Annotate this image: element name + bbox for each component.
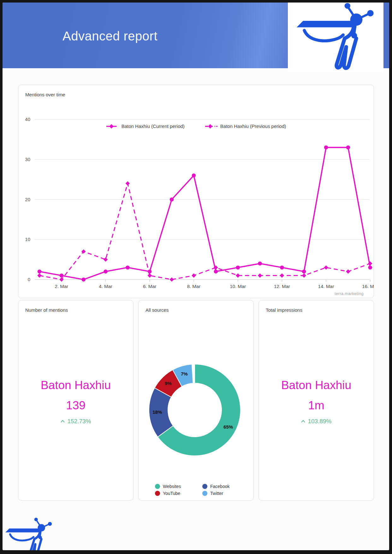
svg-text:0: 0 bbox=[28, 277, 30, 282]
svg-text:40: 40 bbox=[25, 117, 30, 122]
number-of-mentions-card: Number of mentions Baton Haxhiu 139 152.… bbox=[18, 300, 134, 501]
stat-change-value: 103.89% bbox=[308, 418, 331, 425]
svg-text:2. Mar: 2. Mar bbox=[55, 284, 68, 289]
donut-legend-item: YouTube bbox=[155, 491, 202, 496]
mentions-line-chart: 0102030402. Mar4. Mar6. Mar8. Mar10. Mar… bbox=[18, 85, 374, 298]
stats-row: Number of mentions Baton Haxhiu 139 152.… bbox=[18, 300, 374, 501]
svg-text:16. Mar: 16. Mar bbox=[362, 284, 374, 289]
svg-text:4. Mar: 4. Mar bbox=[99, 284, 112, 289]
report-screenshot: { "header": { "title": "Advanced report"… bbox=[0, 0, 392, 554]
stat-change-value: 152.73% bbox=[67, 418, 91, 425]
donut-legend-item: Twitter bbox=[202, 491, 229, 496]
svg-text:8. Mar: 8. Mar bbox=[187, 284, 201, 289]
sources-donut-chart: 65%18%9%7% bbox=[139, 300, 253, 477]
donut-legend-item: Facebook bbox=[202, 484, 229, 489]
svg-text:6. Mar: 6. Mar bbox=[143, 284, 157, 289]
terra-bird-molecule-logo-icon bbox=[5, 517, 53, 550]
brand-logo-box bbox=[288, 3, 383, 72]
solid-line-diamond-icon bbox=[106, 124, 119, 129]
all-sources-card: All sources 65%18%9%7% WebsitesFacebookY… bbox=[138, 300, 254, 501]
svg-text:9%: 9% bbox=[165, 381, 172, 386]
legend-label: YouTube bbox=[163, 491, 180, 496]
legend-label: Baton Haxhiu (Current period) bbox=[122, 123, 185, 129]
line-chart-legend: Baton Haxhiu (Current period)Baton Haxhi… bbox=[18, 123, 374, 129]
report-page: Advanced report Mentions over time bbox=[3, 3, 389, 550]
card-title: Total impressions bbox=[266, 307, 302, 313]
footer-brand-logo bbox=[5, 517, 53, 550]
total-impressions-card: Total impressions Baton Haxhiu 1m 103.89… bbox=[258, 300, 374, 501]
legend-dot-icon bbox=[155, 484, 160, 489]
stat-change: 103.89% bbox=[259, 418, 374, 425]
stat-change: 152.73% bbox=[18, 418, 133, 425]
dashed-line-diamond-icon bbox=[205, 124, 217, 129]
legend-label: Twitter bbox=[210, 491, 223, 496]
svg-text:7%: 7% bbox=[181, 371, 188, 376]
terra-bird-molecule-logo-icon bbox=[296, 3, 376, 73]
page-title: Advanced report bbox=[62, 29, 157, 43]
legend-label: Facebook bbox=[210, 484, 229, 489]
stat-name: Baton Haxhiu bbox=[259, 379, 374, 392]
stat-value: 1m bbox=[259, 399, 374, 412]
card-title: Number of mentions bbox=[25, 307, 68, 313]
svg-text:20: 20 bbox=[25, 197, 30, 202]
svg-text:65%: 65% bbox=[223, 424, 233, 430]
donut-legend: WebsitesFacebookYouTubeTwitter bbox=[155, 484, 229, 496]
stat-name: Baton Haxhiu bbox=[18, 379, 133, 392]
legend-dot-icon bbox=[202, 491, 207, 496]
svg-text:14. Mar: 14. Mar bbox=[318, 284, 334, 289]
stat-content: Baton Haxhiu 1m 103.89% bbox=[259, 379, 374, 425]
svg-text:10. Mar: 10. Mar bbox=[230, 284, 246, 289]
svg-text:12. Mar: 12. Mar bbox=[274, 284, 290, 289]
svg-text:30: 30 bbox=[25, 157, 30, 162]
up-chevron-icon bbox=[60, 420, 65, 423]
stat-content: Baton Haxhiu 139 152.73% bbox=[18, 379, 133, 425]
donut-legend-item: Websites bbox=[155, 484, 202, 489]
up-chevron-icon bbox=[301, 420, 306, 423]
watermark: terra.marketing bbox=[335, 291, 364, 296]
mentions-over-time-card: Mentions over time 0102030402. Mar4. Mar… bbox=[18, 85, 374, 298]
stat-value: 139 bbox=[18, 399, 133, 412]
legend-item: Baton Haxhiu (Previous period) bbox=[205, 123, 286, 129]
svg-text:18%: 18% bbox=[152, 409, 162, 415]
legend-label: Baton Haxhiu (Previous period) bbox=[220, 123, 286, 129]
svg-text:10: 10 bbox=[25, 237, 30, 242]
legend-dot-icon bbox=[202, 484, 207, 489]
legend-item: Baton Haxhiu (Current period) bbox=[106, 123, 185, 129]
legend-dot-icon bbox=[155, 491, 160, 496]
legend-label: Websites bbox=[163, 484, 181, 489]
